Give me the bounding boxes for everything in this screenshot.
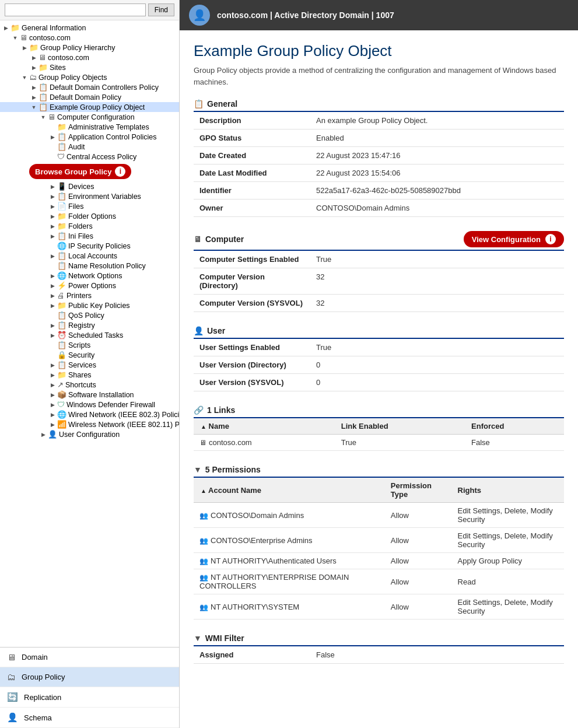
icon-name-resolution: 📋 xyxy=(57,261,66,270)
links-col-2: Enforced xyxy=(465,418,564,435)
tree-item-default-domain-policy[interactable]: ▶📋Default Domain Policy xyxy=(0,92,179,102)
permissions-row[interactable]: 👥NT AUTHORITY\ENTERPRISE DOMAIN CONTROLL… xyxy=(194,569,564,594)
tree-item-user-config[interactable]: ▶👤User Configuration xyxy=(0,429,179,439)
perm-account: 👥NT AUTHORITY\SYSTEM xyxy=(194,594,385,620)
wmi-section-header: ▼ WMI Filter xyxy=(194,634,564,646)
computer-section-header: 🖥 Computer View Configuration i xyxy=(194,231,564,251)
tree-item-wireless-network[interactable]: ▶📶Wireless Network (IEEE 802.11) Policie… xyxy=(0,419,179,429)
permissions-row[interactable]: 👥CONTOSO\Enterprise AdminsAllowEdit Sett… xyxy=(194,528,564,553)
tree-item-audit[interactable]: 📋Audit xyxy=(0,142,179,152)
label-gp-hierarchy: Group Policy Hierarchy xyxy=(40,44,115,52)
tree-item-qos-policy[interactable]: 📋QoS Policy xyxy=(0,310,179,320)
browse-gp-info-icon: i xyxy=(115,166,125,177)
permissions-section: ▼ 5 Permissions ▲ Account Name Permissio… xyxy=(194,465,564,620)
icon-public-key: 📁 xyxy=(57,301,66,310)
tree-item-ini-files[interactable]: ▶📋Ini Files xyxy=(0,231,179,241)
tree-item-example-gpo[interactable]: ▼📋Example Group Policy Object xyxy=(0,102,179,112)
tree-item-env-vars[interactable]: ▶📋Environment Variables xyxy=(0,191,179,201)
permissions-section-header: ▼ 5 Permissions xyxy=(194,465,564,478)
expander-default-dc-policy: ▶ xyxy=(29,85,38,90)
table-row: OwnerCONTOSO\Domain Admins xyxy=(194,200,564,217)
tree-item-name-resolution[interactable]: 📋Name Resolution Policy xyxy=(0,261,179,271)
permissions-row[interactable]: 👥NT AUTHORITY\Authenticated UsersAllowAp… xyxy=(194,553,564,569)
tree-item-printers[interactable]: ▶🖨Printers xyxy=(0,290,179,300)
general-section: 📋 General DescriptionAn example Group Po… xyxy=(194,99,564,217)
expander-computer-config: ▼ xyxy=(38,114,48,120)
sidebar-nav-item-domain[interactable]: 🖥Domain xyxy=(0,648,179,667)
tree-item-scripts[interactable]: 📋Scripts xyxy=(0,340,179,350)
perm-col-1: Permission Type xyxy=(385,478,452,503)
tree-item-devices[interactable]: ▶📱Devices xyxy=(0,181,179,191)
user-section: 👤 User User Settings EnabledTrueUser Ver… xyxy=(194,326,564,391)
tree-item-default-dc-policy[interactable]: ▶📋Default Domain Controllers Policy xyxy=(0,82,179,92)
search-input[interactable] xyxy=(5,4,146,16)
expander-default-domain-policy: ▶ xyxy=(29,94,38,100)
nav-icon-schema: 👤 xyxy=(7,712,18,723)
tree-item-central-access[interactable]: 🛡Central Access Policy xyxy=(0,152,179,162)
field-label: Identifier xyxy=(194,182,310,200)
tree-item-shortcuts[interactable]: ▶↗Shortcuts xyxy=(0,380,179,390)
icon-admin-templates: 📁 xyxy=(57,123,66,131)
label-shares: Shares xyxy=(68,371,92,379)
tree-item-gp-hierarchy[interactable]: ▶📁Group Policy Hierarchy xyxy=(0,43,179,52)
tree-item-admin-templates[interactable]: 📁Administrative Templates xyxy=(0,122,179,132)
tree-item-software-install[interactable]: ▶📦Software Installation xyxy=(0,390,179,400)
field-label: Description xyxy=(194,112,310,130)
permissions-row[interactable]: 👥CONTOSO\Domain AdminsAllowEdit Settings… xyxy=(194,503,564,528)
view-configuration-button[interactable]: View Configuration i xyxy=(464,231,564,247)
tree-item-local-accounts[interactable]: ▶📋Local Accounts xyxy=(0,251,179,261)
tree-item-sites[interactable]: ▶📁Sites xyxy=(0,62,179,72)
expander-power-options: ▶ xyxy=(48,283,57,289)
tree-item-network-options[interactable]: ▶🌐Network Options xyxy=(0,271,179,281)
tree-item-power-options[interactable]: ▶⚡Power Options xyxy=(0,281,179,290)
icon-shortcuts: ↗ xyxy=(57,380,64,389)
perm-rights: Edit Settings, Delete, Modify Security xyxy=(452,528,564,553)
tree-item-folders[interactable]: ▶📁Folders xyxy=(0,221,179,231)
wmi-section-title: ▼ WMI Filter xyxy=(194,634,244,643)
tree-item-scheduled-tasks[interactable]: ▶⏰Scheduled Tasks xyxy=(0,330,179,340)
perm-account: 👥NT AUTHORITY\ENTERPRISE DOMAIN CONTROLL… xyxy=(194,569,385,594)
tree-item-public-key[interactable]: ▶📁Public Key Policies xyxy=(0,300,179,310)
tree-item-app-control[interactable]: ▶📋Application Control Policies xyxy=(0,132,179,142)
tree-item-shares[interactable]: ▶📁Shares xyxy=(0,370,179,380)
tree-item-contoso-com-2[interactable]: ▶🖥contoso.com xyxy=(0,52,179,62)
tree-item-security[interactable]: 🔒Security xyxy=(0,350,179,360)
tree-item-services[interactable]: ▶📋Services xyxy=(0,360,179,370)
icon-audit: 📋 xyxy=(57,142,66,151)
label-gp-objects: Group Policy Objects xyxy=(38,74,107,82)
find-button[interactable]: Find xyxy=(148,4,174,16)
label-general-info: General Information xyxy=(22,24,86,32)
tree-item-wired-network[interactable]: ▶🌐Wired Network (IEEE 802.3) Policies xyxy=(0,410,179,419)
label-sites: Sites xyxy=(50,64,66,72)
tree-item-contoso-com[interactable]: ▼🖥contoso.com xyxy=(0,33,179,43)
sidebar-nav-item-schema[interactable]: 👤Schema xyxy=(0,708,179,728)
table-row: User Settings EnabledTrue xyxy=(194,339,564,356)
expander-devices: ▶ xyxy=(48,184,57,190)
tree-item-windows-defender[interactable]: ▶🛡Windows Defender Firewall xyxy=(0,400,179,410)
label-local-accounts: Local Accounts xyxy=(68,252,117,260)
browse-group-policy-badge[interactable]: Browse Group Policyi xyxy=(29,164,131,179)
expander-printers: ▶ xyxy=(48,293,57,299)
label-default-domain-policy: Default Domain Policy xyxy=(50,93,121,102)
label-wired-network: Wired Network (IEEE 802.3) Policies xyxy=(68,411,179,419)
tree-item-ip-security[interactable]: 🌐IP Security Policies xyxy=(0,241,179,251)
label-example-gpo: Example Group Policy Object xyxy=(50,103,145,111)
field-label: Date Created xyxy=(194,147,310,164)
label-public-key: Public Key Policies xyxy=(68,302,130,310)
sidebar-nav-item-group-policy[interactable]: 🗂Group Policy xyxy=(0,667,179,687)
field-label: Assigned xyxy=(194,646,310,664)
tree-item-computer-config[interactable]: ▼🖥Computer Configuration xyxy=(0,112,179,122)
sidebar-nav-item-replication[interactable]: 🔄Replication xyxy=(0,687,179,708)
label-env-vars: Environment Variables xyxy=(68,192,141,201)
tree-item-files[interactable]: ▶📄Files xyxy=(0,201,179,211)
icon-services: 📋 xyxy=(57,360,66,369)
table-row: Computer Version (Directory)32 xyxy=(194,268,564,295)
links-row[interactable]: 🖥contoso.comTrueFalse xyxy=(194,435,564,451)
perm-type: Allow xyxy=(385,528,452,553)
tree-item-general-info[interactable]: ▶📁General Information xyxy=(0,23,179,33)
tree-item-registry[interactable]: ▶📋Registry xyxy=(0,320,179,330)
icon-sites: 📁 xyxy=(38,63,48,72)
tree-item-gp-objects[interactable]: ▼🗂Group Policy Objects xyxy=(0,72,179,82)
permissions-row[interactable]: 👥NT AUTHORITY\SYSTEMAllowEdit Settings, … xyxy=(194,594,564,620)
tree-item-folder-options[interactable]: ▶📁Folder Options xyxy=(0,211,179,221)
